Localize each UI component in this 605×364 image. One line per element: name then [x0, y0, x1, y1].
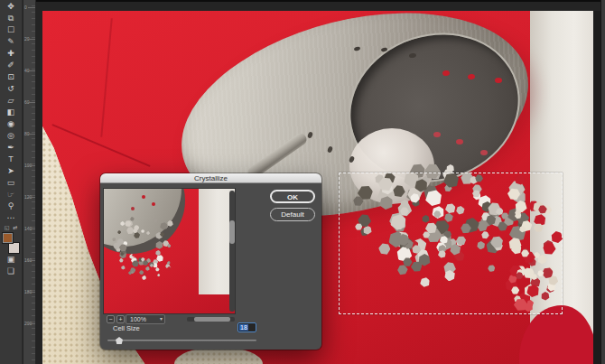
preview-vertical-scrollbar[interactable]: [229, 191, 235, 312]
shade-hole-red: [456, 139, 463, 145]
cell-size-slider-track: [107, 340, 256, 341]
preview-hole-red: [131, 207, 135, 210]
ruler-tick: [28, 7, 35, 8]
crystal-tile: [150, 264, 154, 268]
zoom-level-dropdown[interactable]: 100% ▾: [126, 314, 165, 324]
crystal-tile: [164, 263, 171, 269]
zoom-out-button[interactable]: −: [107, 315, 115, 323]
gradient-tool[interactable]: ◧: [0, 107, 23, 118]
crystal-tile: [138, 269, 144, 275]
type-tool[interactable]: T: [0, 154, 23, 165]
selection-marquee: [339, 173, 563, 314]
crystal-tile: [131, 260, 139, 268]
history-brush-tool[interactable]: ↺: [0, 83, 23, 95]
crystal-tile: [154, 249, 162, 257]
vertical-ruler: 020406080100120140160180200: [23, 0, 36, 364]
preview-horizontal-scrollbar[interactable]: [187, 317, 235, 322]
ruler-tick: [28, 102, 35, 103]
panel-edge: [600, 0, 605, 364]
crystal-tile: [156, 273, 160, 276]
screen-mode-button[interactable]: ❏: [0, 266, 23, 277]
default-swatches-icon[interactable]: ◱: [5, 224, 10, 231]
default-button[interactable]: Default: [270, 208, 315, 221]
quick-mask-button[interactable]: ▣: [0, 254, 23, 266]
crystallize-dialog: Crystallize − + 100% ▾ Cell Size 18: [100, 173, 321, 350]
shape-tool[interactable]: ▭: [0, 177, 23, 189]
crystal-tile: [130, 257, 137, 265]
cell-size-slider[interactable]: [107, 336, 256, 345]
eyedropper-tool[interactable]: ✎: [0, 36, 23, 48]
cell-size-slider-thumb[interactable]: [116, 337, 123, 344]
ruler-tick: [28, 39, 35, 40]
shade-hole-red: [433, 132, 441, 137]
ok-button[interactable]: OK: [270, 190, 315, 203]
crystal-tile: [166, 266, 172, 271]
crystal-tile: [137, 257, 144, 263]
swap-swatches-icon[interactable]: ⇄: [13, 224, 17, 231]
crystal-tile: [132, 254, 135, 257]
zoom-level-value: 100%: [130, 316, 146, 322]
preview-horizontal-scrollbar-thumb[interactable]: [194, 317, 230, 322]
crystal-tile: [141, 271, 148, 278]
cell-size-value: 18: [239, 324, 248, 331]
ruler-tick: [28, 260, 35, 261]
ruler-tick: [28, 197, 35, 198]
marquee-tool[interactable]: ☐: [0, 24, 23, 36]
crystal-tile: [141, 257, 145, 262]
ruler-label: 0: [24, 5, 27, 10]
ruler-tick: [28, 229, 35, 229]
crop-tool[interactable]: ⧉: [0, 13, 23, 24]
chevron-down-icon: ▾: [160, 315, 163, 323]
eraser-tool[interactable]: ▱: [0, 95, 23, 107]
photoshop-window: ✥⧉☐✎✚✐⊡↺▱◧◉◎✒T➤▭☞⚲⋯ ◱ ⇄ ▣ ❏ 020406080100…: [0, 0, 605, 364]
ruler-tick: [28, 323, 35, 324]
hand-tool[interactable]: ☞: [0, 189, 23, 201]
brush-tool[interactable]: ✐: [0, 60, 23, 71]
crystal-tile: [168, 266, 172, 270]
clone-stamp-tool[interactable]: ⊡: [0, 71, 23, 83]
move-tool[interactable]: ✥: [0, 1, 23, 13]
crystal-tile: [131, 270, 135, 274]
ruler-tick: [28, 292, 35, 293]
tool-list: ✥⧉☐✎✚✐⊡↺▱◧◉◎✒T➤▭☞⚲⋯: [0, 1, 23, 224]
crystal-tile: [167, 262, 171, 266]
canvas-left-gap: [36, 11, 42, 364]
preview-hole-red: [152, 202, 155, 206]
crystal-tile: [147, 261, 154, 268]
pen-tool[interactable]: ✒: [0, 142, 23, 154]
zoom-tool[interactable]: ⚲: [0, 201, 23, 212]
preview-vertical-scrollbar-thumb[interactable]: [229, 220, 235, 244]
crystal-tile: [155, 253, 165, 263]
crystal-tile: [119, 257, 125, 263]
crystal-tile: [167, 261, 171, 265]
crystal-tile: [145, 257, 152, 264]
dialog-title[interactable]: Crystallize: [100, 173, 321, 183]
canvas-right-gap: [593, 11, 600, 364]
crystal-tile: [167, 243, 172, 248]
filter-preview[interactable]: [103, 188, 236, 314]
dodge-tool[interactable]: ◎: [0, 130, 23, 142]
crystal-tile: [144, 266, 151, 272]
canvas-top-strip: [36, 0, 605, 11]
chair-seam: [100, 18, 112, 137]
crystal-tile: [127, 270, 133, 275]
path-selection-tool[interactable]: ➤: [0, 165, 23, 177]
edit-toolbar-ellipsis[interactable]: ⋯: [0, 212, 23, 224]
preview-hole-red: [142, 195, 145, 199]
crystal-tile: [152, 262, 158, 268]
ruler-tick: [28, 134, 35, 135]
crystal-tile: [141, 275, 147, 281]
healing-brush-tool[interactable]: ✚: [0, 48, 23, 60]
blur-tool[interactable]: ◉: [0, 118, 23, 130]
crystal-tile: [137, 258, 145, 266]
crystal-tile: [152, 258, 159, 266]
ruler-tick: [28, 165, 35, 166]
cell-size-label: Cell Size: [113, 324, 140, 332]
color-swatches: [1, 232, 21, 254]
cell-size-input[interactable]: 18: [237, 322, 256, 332]
crystal-tile: [133, 260, 138, 266]
shade-hole-red: [495, 78, 502, 83]
foreground-color-swatch[interactable]: [2, 232, 14, 244]
zoom-in-button[interactable]: +: [116, 315, 125, 323]
crystal-tile: [154, 267, 160, 273]
